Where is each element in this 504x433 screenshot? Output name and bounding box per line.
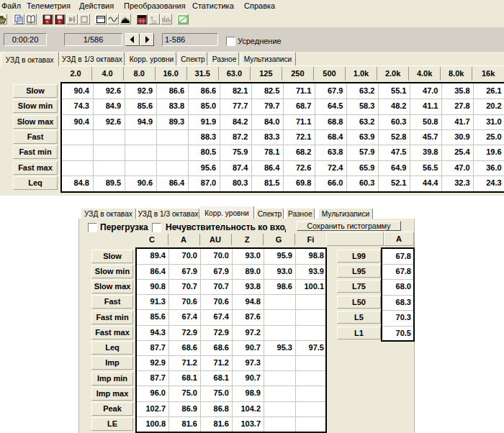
svg-text:1k: 1k (151, 19, 157, 24)
